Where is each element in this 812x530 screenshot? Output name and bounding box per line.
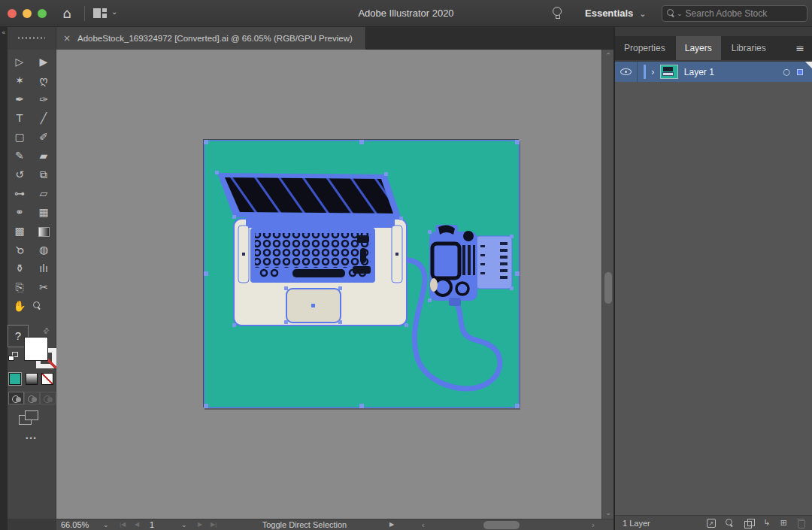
- toolbar-header[interactable]: [8, 27, 56, 50]
- workspace-switcher[interactable]: Essentials⌄: [585, 0, 647, 27]
- none-button[interactable]: [41, 373, 53, 385]
- make-clip-mask-icon[interactable]: [744, 519, 754, 528]
- type-tool[interactable]: T: [9, 109, 30, 128]
- pen-tool[interactable]: ✒: [9, 90, 30, 109]
- layer-row[interactable]: › Layer 1 ○: [615, 62, 812, 82]
- screen-mode-icon[interactable]: [19, 410, 41, 429]
- blend-tool[interactable]: ◍: [33, 241, 54, 259]
- document-tab-label: AdobeStock_169324972 [Converted].ai @ 66…: [77, 34, 353, 43]
- layer-selected-indicator[interactable]: [797, 69, 803, 75]
- eye-icon: [620, 68, 632, 75]
- layer-name[interactable]: Layer 1: [684, 67, 783, 77]
- right-panel: Properties Layers Libraries ≡ › Layer 1 …: [615, 27, 812, 530]
- vertical-scrollbar[interactable]: ⌃ ⌄: [601, 50, 614, 519]
- free-transform-tool[interactable]: ▱: [33, 184, 54, 203]
- draw-inside-button[interactable]: [40, 392, 56, 404]
- vertical-scroll-thumb[interactable]: [604, 272, 612, 304]
- draw-normal-button[interactable]: [8, 392, 24, 404]
- artwork-canvas[interactable]: [204, 140, 520, 408]
- locate-object-icon[interactable]: [726, 519, 735, 528]
- artboard-tool[interactable]: ⎘: [9, 278, 30, 297]
- artboard-dropdown-icon[interactable]: ⌄: [181, 519, 187, 530]
- laptop-hinge: [246, 217, 395, 228]
- new-sublayer-icon[interactable]: ↳: [764, 519, 771, 528]
- width-tool[interactable]: ⊶: [9, 184, 30, 203]
- scroll-up-icon[interactable]: ⌃: [602, 52, 614, 59]
- layer-selection-bar: [644, 65, 646, 79]
- layer-target-icon[interactable]: ○: [783, 67, 790, 77]
- paintbrush-tool[interactable]: ✐: [33, 128, 54, 147]
- panel-menu-icon[interactable]: ≡: [795, 42, 812, 54]
- next-artboard-button[interactable]: ▶: [198, 519, 202, 530]
- column-graph-tool[interactable]: ılı: [33, 259, 54, 278]
- hand-tool[interactable]: ✋: [9, 297, 30, 316]
- zoom-tool[interactable]: [33, 301, 54, 320]
- artboard-number[interactable]: 1: [150, 519, 154, 530]
- swap-fill-stroke-icon[interactable]: ⇄: [41, 326, 50, 336]
- workspace-label: Essentials: [585, 8, 633, 19]
- left-edge-strip: «: [0, 27, 8, 530]
- drawing-mode-buttons: [8, 392, 56, 404]
- rotate-tool[interactable]: ↺: [9, 165, 30, 184]
- first-artboard-button[interactable]: |◀: [120, 519, 126, 530]
- lasso-tool[interactable]: ღ: [33, 71, 54, 90]
- tool-grid: ▷▶✶ღ✒✑T╱▢✐✎▰↺⧉⊶▱⚭▦▩⚲◍⚱ılı⎘✂✋: [8, 50, 56, 320]
- canvas-area[interactable]: ⌃ ⌄: [56, 50, 614, 519]
- horizontal-scroll-thumb[interactable]: [483, 521, 520, 529]
- collapse-panel-icon[interactable]: «: [2, 29, 6, 36]
- previous-artboard-button[interactable]: ◀: [135, 519, 139, 530]
- search-input[interactable]: [686, 8, 802, 19]
- gradient-button[interactable]: [26, 373, 38, 385]
- shaper-tool[interactable]: ✎: [9, 147, 30, 165]
- rectangle-tool[interactable]: ▢: [9, 128, 30, 147]
- stock-search-box[interactable]: ⌄: [662, 5, 807, 22]
- line-segment-tool[interactable]: ╱: [33, 109, 54, 128]
- close-icon[interactable]: ×: [56, 33, 77, 44]
- chevron-down-icon: ⌄: [677, 10, 683, 17]
- visibility-cell[interactable]: [615, 62, 638, 82]
- laptop-illustration[interactable]: [217, 173, 407, 326]
- scroll-down-icon[interactable]: ⌄: [602, 509, 614, 516]
- selection-tool[interactable]: ▷: [9, 53, 30, 71]
- toolbar: ▷▶✶ღ✒✑T╱▢✐✎▰↺⧉⊶▱⚭▦▩⚲◍⚱ılı⎘✂✋ ? ⇄ •••: [8, 50, 56, 519]
- eraser-tool[interactable]: ▰: [33, 147, 54, 165]
- discover-lightbulb-icon[interactable]: [553, 7, 562, 16]
- titlebar: ⌂ ⌄ Adobe Illustrator 2020 Essentials⌄ ⌄: [0, 0, 812, 27]
- shape-builder-tool[interactable]: ⚭: [9, 203, 30, 222]
- zoom-dropdown-icon[interactable]: ⌄: [103, 519, 109, 530]
- expand-layer-icon[interactable]: ›: [651, 67, 655, 77]
- delete-layer-icon[interactable]: [797, 519, 804, 528]
- keyboard-keys: [255, 233, 371, 268]
- perspective-grid-tool[interactable]: ▦: [33, 203, 54, 222]
- scroll-left-icon[interactable]: ‹: [422, 519, 425, 530]
- collect-for-export-icon[interactable]: ↗: [707, 519, 716, 528]
- fill-color-swatch[interactable]: [24, 337, 48, 361]
- scroll-right-icon[interactable]: ›: [592, 519, 595, 530]
- tab-layers[interactable]: Layers: [676, 36, 721, 60]
- layers-footer-icons: ↗↳⊞: [707, 519, 804, 528]
- tab-libraries[interactable]: Libraries: [723, 36, 775, 60]
- layer-thumbnail[interactable]: [660, 65, 678, 79]
- layers-panel-body[interactable]: [615, 82, 812, 515]
- curvature-tool[interactable]: ✑: [33, 90, 54, 109]
- new-layer-icon[interactable]: ⊞: [780, 519, 787, 528]
- slice-tool[interactable]: ✂: [33, 278, 54, 297]
- document-tab[interactable]: × AdobeStock_169324972 [Converted].ai @ …: [56, 27, 366, 50]
- last-artboard-button[interactable]: ▶|: [211, 519, 217, 530]
- search-icon: [667, 9, 676, 18]
- chevron-down-icon: ⌄: [639, 9, 646, 19]
- scale-tool[interactable]: ⧉: [33, 165, 54, 184]
- direct-selection-tool[interactable]: ▶: [33, 53, 54, 71]
- magic-wand-tool[interactable]: ✶: [9, 71, 30, 90]
- zoom-level[interactable]: 66.05%: [61, 519, 89, 530]
- default-fill-stroke-icon[interactable]: [8, 352, 20, 362]
- artboard[interactable]: [203, 139, 519, 407]
- gradient-tool[interactable]: [33, 222, 54, 241]
- edit-toolbar-button[interactable]: •••: [8, 435, 56, 442]
- layers-panel-footer: 1 Layer ↗↳⊞: [615, 515, 812, 530]
- color-button[interactable]: [9, 373, 21, 385]
- status-menu-icon[interactable]: ▶: [389, 519, 394, 530]
- status-tray-label[interactable]: Toggle Direct Selection: [229, 519, 380, 530]
- tab-properties[interactable]: Properties: [615, 36, 674, 60]
- draw-behind-button[interactable]: [24, 392, 40, 404]
